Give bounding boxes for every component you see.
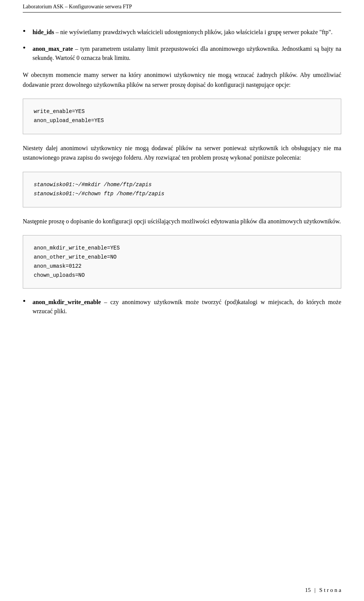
bullet-text-anon-max-rate: anon_max_rate – tym parametrem ustalamy … [33,44,341,63]
page: Laboratorium ASK – Konfigurowanie serwer… [0,0,364,601]
paragraph-2: Niestety dalej anonimowi użytkownicy nie… [23,143,341,163]
bullet-anon-max-rate: • anon_max_rate – tym parametrem ustalam… [23,44,341,63]
bullet-dot-2: • [23,43,26,53]
bullet-dot-3: • [23,296,26,306]
code-line-2-1: stanowisko01:~/#mkdir /home/ftp/zapis [34,180,330,190]
paragraph-1: W obecnym momencie mamy serwer na który … [23,70,341,89]
code-line-1-1: write_enable=YES [34,107,330,116]
code-line-3-2: anon_other_write_enable=NO [34,253,330,262]
paragraph-3-text: Następnie proszę o dopisanie do konfigur… [23,218,341,224]
code-line-1-2: anon_upload_enable=YES [34,116,330,126]
code-line-3-1: anon_mkdir_write_enable=YES [34,244,330,253]
bullet-dash-1: – [56,29,59,35]
code-line-3-4: chown_uploads=NO [34,271,330,280]
keyword-anon-mkdir: anon_mkdir_write_enable [33,299,101,305]
page-header: Laboratorium ASK – Konfigurowanie serwer… [23,0,341,13]
code-block-3: anon_mkdir_write_enable=YES anon_other_w… [23,235,341,289]
keyword-hide-ids: hide_ids [33,29,54,35]
page-footer: 15 | S t r o n a [305,587,341,593]
bullet-text-anon-mkdir: anon_mkdir_write_enable – czy anonimowy … [33,298,341,316]
keyword-anon-max-rate: anon_max_rate [33,46,73,52]
footer-label: S t r o n a [319,587,341,593]
header-title: Laboratorium ASK – Konfigurowanie serwer… [23,4,132,9]
code-line-2-2: stanowisko01:~/#chown ftp /home/ftp/zapi… [34,190,330,199]
bullet-hide-ids: • hide_ids – nie wyświetlamy prawdziwych… [23,28,341,37]
bullet-anon-mkdir: • anon_mkdir_write_enable – czy anonimow… [23,298,341,316]
code-block-2: stanowisko01:~/#mkdir /home/ftp/zapis st… [23,172,341,207]
bullet-body-1: nie wyświetlamy prawdziwych właścicieli … [60,29,333,35]
bullet-dot-1: • [23,26,26,36]
bullet-text-hide-ids: hide_ids – nie wyświetlamy prawdziwych w… [33,28,341,37]
footer-separator: | [314,587,315,593]
paragraph-1-text: W obecnym momencie mamy serwer na który … [23,72,341,88]
paragraph-3: Następnie proszę o dopisanie do konfigur… [23,217,341,226]
page-content: • hide_ids – nie wyświetlamy prawdziwych… [23,24,341,327]
bullet-dash-2: – [75,46,80,52]
page-number: 15 [305,587,311,593]
last-bullet-dash: – [104,299,110,305]
code-block-1: write_enable=YES anon_upload_enable=YES [23,99,341,134]
code-line-3-3: anon_umask=0122 [34,262,330,271]
paragraph-2-text: Niestety dalej anonimowi użytkownicy nie… [23,145,341,161]
